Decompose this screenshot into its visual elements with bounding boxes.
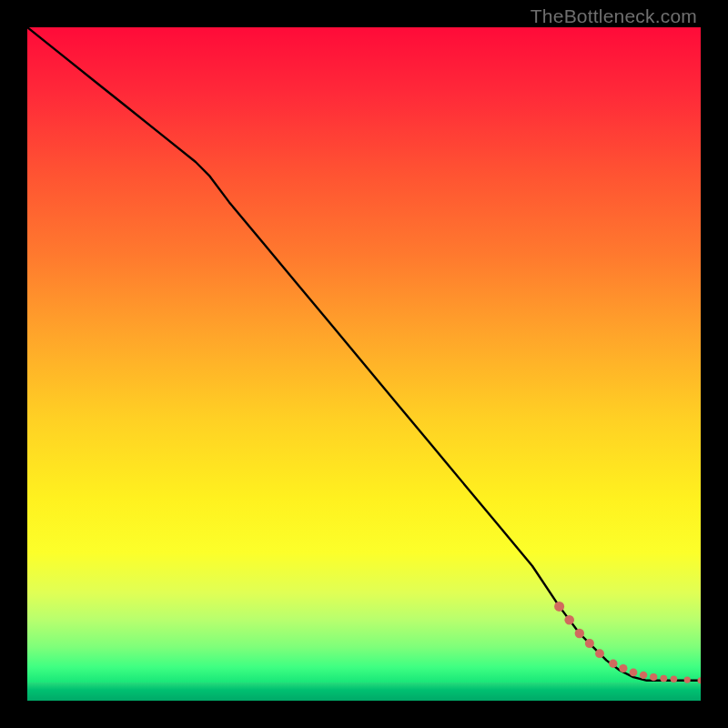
watermark: TheBottleneck.com xyxy=(531,5,697,27)
chart-root: TheBottleneck.com xyxy=(0,0,728,728)
plot-area xyxy=(27,27,701,701)
